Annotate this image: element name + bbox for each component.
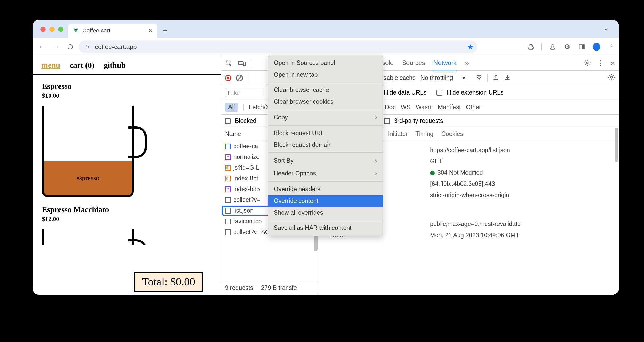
url-text: coffee-cart.app (95, 43, 137, 51)
xhr-file-icon (225, 208, 231, 214)
more-icon[interactable]: ⋮ (597, 59, 604, 67)
panel-icon[interactable] (578, 43, 586, 51)
wifi-icon[interactable] (475, 74, 483, 82)
maximize-window-button[interactable] (58, 27, 63, 32)
thirdparty-checkbox[interactable] (384, 118, 390, 124)
chevron-down-icon (604, 27, 609, 32)
thirdparty-label[interactable]: 3rd-party requests (394, 117, 443, 124)
blocked-response-label[interactable]: Blocked (235, 117, 256, 124)
disable-cache-label[interactable]: Disable cache (378, 74, 416, 81)
blocked-response-checkbox[interactable] (225, 118, 231, 124)
detail-tab-timing[interactable]: Timing (416, 130, 433, 137)
clear-button[interactable] (236, 75, 243, 81)
new-tab-button[interactable]: + (160, 25, 170, 36)
menu-separator (268, 125, 383, 126)
css-file-icon (225, 154, 231, 160)
coffee-cup-icon[interactable] (42, 229, 149, 245)
site-settings-icon[interactable] (84, 43, 91, 50)
js-file-icon (225, 165, 231, 171)
inspect-icon[interactable] (225, 59, 233, 67)
menu-item-override-headers[interactable]: Override headers (268, 183, 383, 195)
request-name: js?id=G-L (233, 164, 259, 171)
detail-tab-cookies[interactable]: Cookies (441, 130, 463, 137)
menu-item-show-all-overrides[interactable]: Show all overrides (268, 207, 383, 219)
nav-cart[interactable]: cart (0) (70, 61, 94, 70)
status-code: 304 Not Modified (430, 169, 483, 176)
menu-item-sort-by[interactable]: Sort By (268, 154, 383, 167)
bookmark-star-icon[interactable]: ★ (467, 42, 474, 51)
filter-manifest[interactable]: Manifest (438, 104, 461, 111)
tab-console[interactable]: sole (382, 59, 394, 68)
menu-item-block-request-url[interactable]: Block request URL (268, 127, 383, 139)
close-tab-button[interactable]: × (149, 27, 153, 35)
page-viewport: menu cart (0) github Espresso $10.00 esp… (33, 56, 221, 295)
filter-all[interactable]: All (225, 103, 238, 112)
tabs-overflow-button[interactable] (600, 24, 612, 35)
menu-item-clear-browser-cache[interactable]: Clear browser cache (268, 84, 383, 96)
coffee-cup-icon[interactable]: espresso (42, 106, 149, 202)
labs-icon[interactable] (549, 43, 556, 51)
svg-rect-3 (239, 61, 243, 64)
back-button[interactable]: ← (36, 41, 48, 53)
hide-data-urls-label[interactable]: Hide data URLs (384, 89, 426, 96)
network-settings-icon[interactable] (608, 74, 615, 82)
tab-network[interactable]: Network (433, 59, 457, 71)
scrollbar-thumb[interactable] (615, 128, 618, 162)
close-devtools-icon[interactable]: × (610, 59, 615, 68)
filter-fetch[interactable]: Fetch/X (249, 104, 270, 111)
record-button[interactable] (225, 75, 231, 81)
filter-input[interactable] (225, 88, 264, 97)
cart-total[interactable]: Total: $0.00 (134, 272, 203, 292)
reload-button[interactable] (65, 41, 76, 53)
menu-item-copy[interactable]: Copy (268, 111, 383, 124)
throttling-dropdown[interactable]: No throttling ▾ (420, 74, 465, 81)
tab-sources[interactable]: Sources (402, 59, 425, 68)
settings-icon[interactable] (584, 59, 591, 68)
profile-avatar[interactable] (593, 43, 600, 51)
menu-separator (268, 220, 383, 220)
extensions-icon[interactable] (527, 43, 535, 51)
request-count: 9 requests (225, 284, 253, 291)
tab-title: Coffee cart (82, 27, 145, 34)
separator (487, 74, 488, 82)
menu-item-header-options[interactable]: Header Options (268, 167, 383, 180)
header-value: public,max-age=0,must-revalidate (430, 220, 521, 228)
device-icon[interactable] (238, 59, 246, 67)
request-summary: 9 requests 279 B transfe (221, 281, 318, 295)
filter-wasm[interactable]: Wasm (416, 104, 433, 111)
request-name: collect?v= (233, 196, 260, 203)
header-value: Mon, 21 Aug 2023 10:49:06 GMT (430, 232, 519, 239)
menu-item-open-in-new-tab[interactable]: Open in new tab (268, 69, 383, 81)
close-window-button[interactable] (40, 27, 46, 32)
minimize-window-button[interactable] (49, 27, 55, 32)
forward-button[interactable]: → (50, 41, 62, 53)
filter-other[interactable]: Other (466, 104, 481, 111)
menu-item-override-content[interactable]: Override content (268, 195, 383, 207)
menu-item-block-request-domain[interactable]: Block request domain (268, 139, 383, 151)
menu-item-clear-browser-cookies[interactable]: Clear browser cookies (268, 96, 383, 108)
tabs-more-icon[interactable]: » (465, 59, 469, 68)
svg-rect-4 (243, 62, 245, 66)
product-name: Espresso Macchiato (42, 205, 211, 214)
tab-bar: Coffee cart × + (33, 20, 619, 38)
xhr-file-icon (225, 197, 231, 203)
context-menu: Open in Sources panelOpen in new tabClea… (268, 55, 383, 236)
filter-ws[interactable]: WS (401, 104, 411, 111)
google-icon[interactable]: G (563, 43, 571, 51)
upload-icon[interactable] (492, 74, 499, 82)
menu-item-save-all-as-har-with-content[interactable]: Save all as HAR with content (268, 222, 383, 234)
toolbar-icons: G ⋮ (527, 43, 615, 51)
download-icon[interactable] (504, 74, 511, 82)
url-field[interactable]: coffee-cart.app (79, 40, 477, 53)
overflow-menu-button[interactable]: ⋮ (607, 43, 615, 51)
browser-tab[interactable]: Coffee cart × (68, 24, 157, 38)
detail-tab-initiator[interactable]: Initiator (388, 130, 407, 137)
menu-item-open-in-sources-panel[interactable]: Open in Sources panel (268, 57, 383, 69)
request-url: https://coffee-cart.app/list.json (430, 147, 510, 154)
nav-github[interactable]: github (104, 61, 126, 70)
hide-extension-urls-checkbox[interactable] (436, 90, 442, 96)
filter-doc[interactable]: Doc (385, 104, 396, 111)
nav-menu[interactable]: menu (41, 61, 60, 70)
hide-extension-urls-label[interactable]: Hide extension URLs (447, 89, 503, 96)
product-espresso: Espresso $10.00 espresso (33, 75, 221, 202)
